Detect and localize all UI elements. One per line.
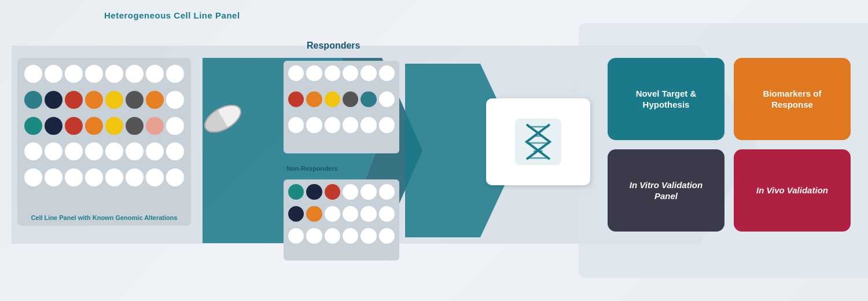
well	[306, 228, 322, 244]
results-area: Novel Target & Hypothesis Biomarkers of …	[608, 58, 851, 232]
well-colored	[24, 91, 42, 109]
pill-svg	[201, 97, 245, 141]
well	[288, 65, 304, 81]
well	[85, 142, 103, 160]
well	[361, 117, 376, 133]
well	[146, 168, 164, 186]
plate-grid-1	[24, 65, 184, 192]
novel-target-box: Novel Target & Hypothesis	[608, 58, 724, 140]
well	[166, 65, 184, 83]
well	[126, 168, 144, 186]
well	[45, 65, 62, 83]
well-colored	[45, 117, 62, 135]
well	[379, 206, 395, 222]
well	[24, 65, 42, 83]
well	[379, 184, 395, 200]
well	[343, 228, 358, 244]
well	[361, 228, 376, 244]
well-colored	[105, 117, 123, 135]
well	[306, 65, 322, 81]
well	[146, 142, 164, 160]
well	[85, 65, 103, 83]
responders-plate	[284, 61, 399, 153]
novel-target-label: Novel Target & Hypothesis	[617, 88, 715, 111]
well-colored	[146, 91, 164, 109]
well	[166, 91, 184, 109]
well	[379, 117, 395, 133]
well-colored	[306, 206, 322, 222]
well-colored	[288, 91, 304, 107]
well-colored	[288, 184, 304, 200]
in-vitro-box: In Vitro Validation Panel	[608, 149, 724, 232]
well	[65, 142, 83, 160]
well-colored	[146, 117, 164, 135]
well-colored	[45, 91, 62, 109]
well	[379, 65, 395, 81]
genomics-dna-box	[486, 98, 590, 185]
in-vitro-label: In Vitro Validation Panel	[617, 179, 715, 202]
well-colored	[288, 206, 304, 222]
well-colored	[85, 117, 103, 135]
well	[24, 168, 42, 186]
well-colored	[24, 117, 42, 135]
well-colored	[325, 91, 340, 107]
well	[343, 117, 358, 133]
well	[288, 228, 304, 244]
plate-grid-2	[288, 65, 395, 141]
well-colored	[65, 117, 83, 135]
well	[325, 228, 340, 244]
well	[343, 206, 358, 222]
well	[325, 117, 340, 133]
dna-icon	[512, 116, 564, 168]
well	[65, 168, 83, 186]
top-label-area: Heterogeneous Cell Line Panel	[104, 10, 240, 20]
well	[325, 65, 340, 81]
drug-pill	[197, 93, 249, 145]
well	[361, 65, 376, 81]
well-colored	[105, 91, 123, 109]
plate-1-label: Cell Line Panel with Known Genomic Alter…	[22, 214, 186, 221]
biomarkers-label: Biomarkers of Response	[743, 88, 841, 111]
well	[85, 168, 103, 186]
well-colored	[306, 184, 322, 200]
top-label-text: Heterogeneous Cell Line Panel	[104, 10, 240, 20]
well-colored	[343, 91, 358, 107]
well	[166, 142, 184, 160]
well	[306, 117, 322, 133]
well	[105, 142, 123, 160]
well	[379, 228, 395, 244]
well	[24, 142, 42, 160]
well-colored	[126, 117, 144, 135]
well-colored	[325, 184, 340, 200]
non-responders-plate	[284, 179, 399, 260]
well	[166, 168, 184, 186]
well-colored	[361, 91, 376, 107]
cell-plate-1: Cell Line Panel with Known Genomic Alter…	[17, 58, 191, 226]
well	[146, 65, 164, 83]
biomarkers-box: Biomarkers of Response	[734, 58, 851, 140]
well	[379, 91, 395, 107]
responders-label: Responders	[307, 41, 360, 51]
well	[45, 142, 62, 160]
well	[343, 65, 358, 81]
well-colored	[85, 91, 103, 109]
in-vivo-label: In Vivo Validation	[756, 185, 828, 196]
main-container: Heterogeneous Cell Line Panel	[0, 0, 868, 301]
non-responders-label: Non-Responders	[286, 165, 338, 172]
well-colored	[306, 91, 322, 107]
well-colored	[126, 91, 144, 109]
well	[126, 142, 144, 160]
in-vivo-box: In Vivo Validation	[734, 149, 851, 232]
well	[126, 65, 144, 83]
well-colored	[65, 91, 83, 109]
well	[325, 206, 340, 222]
well	[105, 65, 123, 83]
plate-grid-3	[288, 184, 395, 248]
well	[166, 117, 184, 135]
well	[105, 168, 123, 186]
well	[361, 206, 376, 222]
well	[65, 65, 83, 83]
well	[343, 184, 358, 200]
well	[361, 184, 376, 200]
well	[45, 168, 62, 186]
